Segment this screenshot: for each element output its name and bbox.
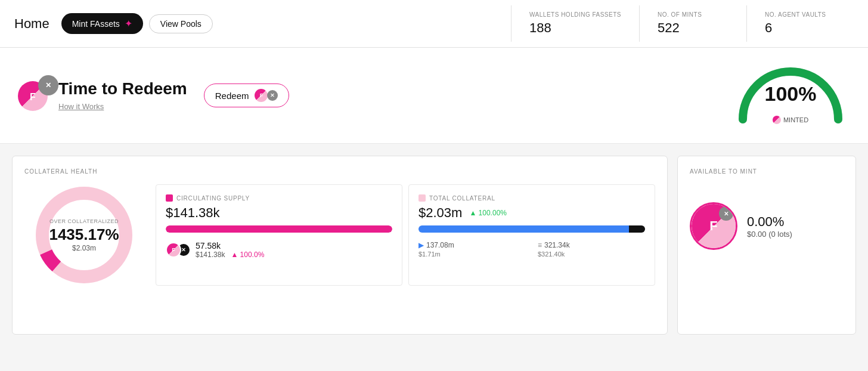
- coll-stat-1-value: 137.08m: [426, 241, 454, 249]
- supply-fasset-icon: F: [166, 242, 181, 258]
- coll-stat-1-label: ▶ 137.08m: [418, 241, 526, 249]
- mint-label: Mint FAssets: [72, 19, 120, 29]
- main-content: COLLATERAL HEALTH OVER COLLATERALIZED 14…: [0, 144, 868, 347]
- coll-stat-2-label: ≡ 321.34k: [538, 241, 645, 249]
- gauge-label-text: MINTED: [783, 116, 808, 123]
- supply-label-text: CIRCULATING SUPPLY: [176, 195, 250, 202]
- stat-wallets-label: WALLETS HOLDING FASSETS: [529, 11, 621, 18]
- gauge-center: 100%: [765, 82, 817, 106]
- gauge-percent-value: 100%: [765, 82, 817, 105]
- redeem-button[interactable]: Redeem F ✕: [204, 84, 290, 107]
- stat-mints-value: 522: [658, 20, 728, 36]
- supply-asset-usd: $141.38k: [196, 251, 225, 259]
- svg-text:F: F: [30, 92, 36, 102]
- banner-text: Time to Redeem How it Works: [58, 79, 187, 112]
- donut-center-sub: $2.03m: [49, 244, 119, 252]
- donut-wrapper: OVER COLLATERALIZED 1435.17% $2.03m: [33, 184, 135, 286]
- stat-wallets: WALLETS HOLDING FASSETS 188: [511, 5, 639, 42]
- supply-asset-amount: 57.58k: [196, 241, 392, 251]
- header: Home Mint FAssets ✦ View Pools WALLETS H…: [0, 0, 868, 48]
- available-icon-circle: F ✕: [690, 202, 737, 250]
- donut-center-value: 1435.17%: [49, 225, 119, 244]
- available-title: AVAILABLE TO MINT: [690, 168, 757, 175]
- stat-mints: NO. OF MINTS 522: [639, 5, 746, 42]
- collateral-value: $2.03m: [418, 205, 462, 221]
- collateral-title: COLLATERAL HEALTH: [24, 168, 655, 175]
- supply-value: $141.38k: [166, 205, 392, 221]
- collateral-panel: COLLATERAL HEALTH OVER COLLATERALIZED 14…: [12, 156, 668, 335]
- supply-dot: [166, 194, 173, 202]
- banner: F ✕ Time to Redeem How it Works Redeem F…: [0, 48, 868, 144]
- available-fasset-bg: F ✕: [692, 203, 736, 249]
- available-inner: F ✕ 0.00% $0.00 (0 lots): [690, 202, 792, 250]
- supply-label: CIRCULATING SUPPLY: [166, 194, 392, 202]
- available-percent: 0.00%: [747, 214, 792, 230]
- header-stats: WALLETS HOLDING FASSETS 188 NO. OF MINTS…: [511, 5, 854, 42]
- supply-asset-sub: $141.38k ▲ 100.0%: [196, 251, 392, 259]
- stat-mints-label: NO. OF MINTS: [658, 11, 728, 18]
- redeem-icon-group: F ✕: [255, 89, 278, 102]
- coll-stat-2-arrow: ≡: [538, 241, 542, 249]
- collateral-dark-bar: [629, 225, 645, 233]
- redeem-label: Redeem: [215, 91, 249, 101]
- donut-center-label: OVER COLLATERALIZED: [49, 218, 119, 224]
- supply-progress-outer: [166, 225, 392, 233]
- available-fasset-letter: F: [709, 218, 717, 234]
- supply-progress-inner: [166, 225, 392, 233]
- collateral-label-text: TOTAL COLLATERAL: [429, 195, 495, 202]
- stat-vaults-value: 6: [765, 20, 836, 36]
- collateral-stats: ▶ 137.08m $1.71m ≡ 321.34k $321.40k: [418, 241, 645, 258]
- available-usd: $0.00 (0 lots): [747, 230, 792, 239]
- stat-wallets-value: 188: [529, 20, 621, 36]
- gauge-label: MINTED: [773, 116, 808, 124]
- collateral-progress-inner: [418, 225, 645, 233]
- gauge-fasset-dot: [773, 116, 781, 124]
- how-it-works-link[interactable]: How it Works: [58, 102, 104, 111]
- collateral-dot: [418, 194, 426, 202]
- coll-stat-2-value: 321.34k: [544, 241, 570, 249]
- available-to-mint-panel: AVAILABLE TO MINT F ✕ 0.00% $0.00 (0 lot…: [677, 156, 856, 335]
- banner-logo: F ✕: [18, 75, 58, 116]
- coll-stat-1: ▶ 137.08m $1.71m: [418, 241, 526, 258]
- coll-stat-2: ≡ 321.34k $321.40k: [538, 241, 645, 258]
- available-xrp-icon: ✕: [719, 206, 733, 221]
- redeem-xrp-icon: ✕: [267, 90, 278, 101]
- page-title: Home: [14, 16, 49, 32]
- collateral-blue-bar: [418, 225, 629, 233]
- circulating-supply-box: CIRCULATING SUPPLY $141.38k F ✕ 57.58k: [156, 184, 402, 286]
- stat-vaults-label: NO. AGENT VAULTS: [765, 11, 836, 18]
- collateral-progress-outer: [418, 225, 645, 233]
- xrp-logo: ✕: [38, 75, 58, 95]
- redeem-fasset-icon: F: [255, 89, 268, 102]
- coll-stat-1-usd: $1.71m: [418, 251, 526, 258]
- donut-center: OVER COLLATERALIZED 1435.17% $2.03m: [49, 218, 119, 252]
- collateral-inner: OVER COLLATERALIZED 1435.17% $2.03m CIRC…: [24, 184, 655, 286]
- supply-asset-info: 57.58k $141.38k ▲ 100.0%: [196, 241, 392, 259]
- collateral-label: TOTAL COLLATERAL: [418, 194, 645, 202]
- supply-icon-combo: F ✕: [166, 242, 190, 258]
- donut-section: OVER COLLATERALIZED 1435.17% $2.03m: [24, 184, 144, 286]
- supply-asset-change: ▲ 100.0%: [231, 251, 264, 259]
- collateral-value-row: $2.03m ▲ 100.00%: [418, 205, 645, 221]
- gauge-container: 100% MINTED: [731, 60, 850, 131]
- collateral-change: ▲ 100.00%: [469, 209, 507, 217]
- coll-stat-1-arrow: ▶: [418, 241, 424, 249]
- supply-asset-row: F ✕ 57.58k $141.38k ▲ 100.0%: [166, 241, 392, 259]
- view-pools-button[interactable]: View Pools: [149, 14, 213, 33]
- sparkle-icon: ✦: [125, 18, 132, 29]
- stat-vaults: NO. AGENT VAULTS 6: [746, 5, 854, 42]
- coll-stat-2-usd: $321.40k: [538, 251, 645, 258]
- supply-collateral: CIRCULATING SUPPLY $141.38k F ✕ 57.58k: [156, 184, 655, 286]
- available-stats: 0.00% $0.00 (0 lots): [747, 214, 792, 239]
- mint-fassets-button[interactable]: Mint FAssets ✦: [61, 13, 143, 34]
- total-collateral-box: TOTAL COLLATERAL $2.03m ▲ 100.00%: [408, 184, 655, 286]
- banner-title: Time to Redeem: [58, 79, 187, 98]
